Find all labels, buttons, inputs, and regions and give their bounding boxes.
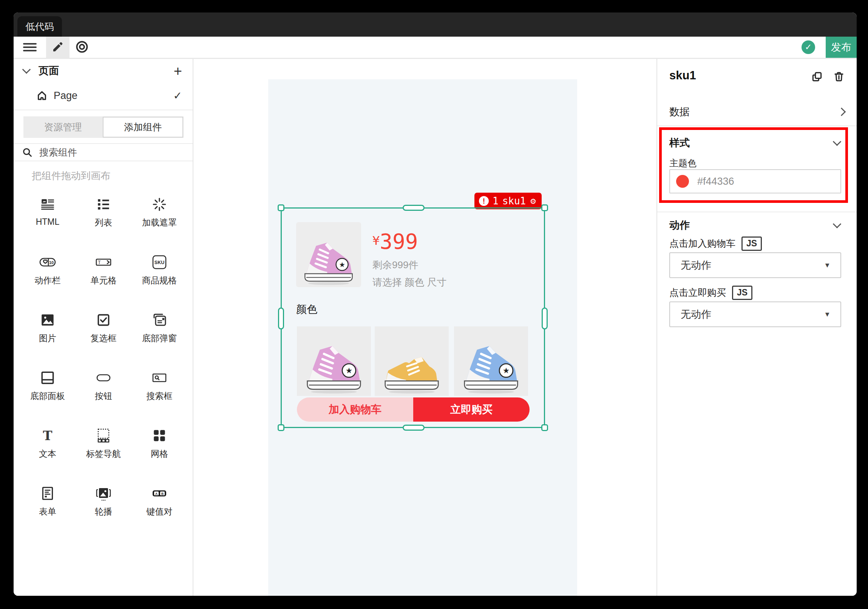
action-buy-row: 点击立即购买 JS	[669, 286, 752, 300]
component-item-image[interactable]: 图片	[20, 311, 76, 369]
component-item-form[interactable]: 表单	[20, 485, 76, 542]
browser-tab[interactable]: 低代码	[17, 16, 62, 37]
tab-add-components[interactable]: 添加组件	[103, 117, 183, 138]
component-item-label: 复选框	[91, 332, 117, 344]
image-icon	[39, 311, 56, 329]
sku-component-selection[interactable]: ★ ¥399 剩余999件 请选择 颜色 尺寸 颜色 ★	[281, 208, 545, 428]
component-item-tab-nav[interactable]: 标签导航	[76, 427, 132, 485]
app-window: 低代码 ✓ 发布 页面 +	[14, 12, 857, 596]
edit-mode-button[interactable]	[46, 37, 70, 58]
checkbox-icon	[95, 311, 112, 329]
variant-thumb-pink[interactable]: ★	[297, 326, 371, 396]
resize-handle-w[interactable]	[278, 307, 284, 329]
svg-text:★: ★	[346, 366, 353, 375]
color-swatch	[676, 175, 689, 188]
error-count-icon: !	[479, 196, 489, 206]
sidebar-item-page[interactable]: Page ✓	[14, 86, 193, 105]
pages-header: 页面	[39, 64, 59, 77]
component-item-text[interactable]: T文本	[20, 427, 76, 485]
add-to-cart-button[interactable]: 加入购物车	[297, 397, 413, 421]
component-item-label: 键值对	[147, 506, 173, 518]
component-item-bottom-panel[interactable]: 底部面板	[20, 369, 76, 427]
action-buy-select[interactable]: 无动作 ▼	[669, 302, 841, 327]
component-item-cell[interactable]: T单元格	[76, 254, 132, 311]
component-item-button[interactable]: 按钮	[76, 369, 132, 427]
divider	[657, 212, 857, 212]
window-tab-bar: 低代码	[14, 12, 857, 37]
caret-down-icon: ▼	[824, 262, 831, 270]
selected-component-badge[interactable]: ! 1 sku1 ⚙	[474, 193, 542, 209]
data-section-row[interactable]: 数据	[669, 104, 845, 120]
component-item-label: 动作栏	[35, 275, 61, 287]
menu-button[interactable]	[18, 37, 42, 58]
component-grid: HTML列表加载遮罩10动作栏T单元格SKU商品规格图片复选框底部弹窗底部面板按…	[20, 196, 188, 542]
divider	[657, 126, 857, 126]
component-item-search-box[interactable]: 搜索框	[132, 369, 188, 427]
resize-handle-nw[interactable]	[277, 205, 284, 211]
resize-handle-ne[interactable]	[541, 205, 548, 211]
component-item-label: 表单	[39, 506, 56, 518]
component-item-grid[interactable]: 网格	[132, 427, 188, 485]
theme-color-label: 主题色	[669, 157, 696, 169]
action-cart-select[interactable]: 无动作 ▼	[669, 253, 841, 278]
component-item-loading[interactable]: 加载遮罩	[132, 196, 188, 254]
search-input[interactable]	[39, 147, 165, 158]
actions-section-row[interactable]: 动作	[669, 217, 840, 234]
theme-color-input[interactable]: #f44336	[669, 169, 841, 194]
js-editor-button[interactable]: JS	[732, 286, 752, 300]
component-item-label: 按钮	[95, 390, 112, 402]
js-editor-button[interactable]: JS	[741, 237, 762, 251]
component-item-label: 网格	[151, 448, 168, 460]
text-icon: T	[39, 427, 56, 444]
gear-icon[interactable]: ⚙	[530, 197, 536, 206]
resize-handle-s[interactable]	[403, 425, 425, 431]
component-item-checkbox[interactable]: 复选框	[76, 311, 132, 369]
component-item-html[interactable]: HTML	[20, 196, 76, 254]
svg-text:★: ★	[503, 366, 510, 375]
resize-handle-sw[interactable]	[277, 424, 284, 431]
style-section-row[interactable]: 样式	[669, 135, 840, 151]
tab-resource-management[interactable]: 资源管理	[23, 116, 102, 138]
pages-header-row[interactable]: 页面 +	[14, 61, 193, 80]
data-section-label: 数据	[669, 105, 690, 119]
add-page-button[interactable]: +	[172, 62, 184, 80]
svg-text:B: B	[161, 492, 164, 496]
tab-nav-icon	[95, 427, 112, 444]
delete-button[interactable]	[833, 71, 845, 84]
component-item-label: 单元格	[91, 275, 117, 287]
svg-text:T: T	[43, 428, 53, 443]
tab-title: 低代码	[26, 20, 54, 33]
product-image[interactable]: ★	[296, 222, 361, 287]
form-icon	[39, 485, 56, 502]
component-item-label: 图片	[39, 332, 56, 344]
component-item-action-bar[interactable]: 10动作栏	[20, 254, 76, 311]
duplicate-button[interactable]	[811, 71, 823, 84]
action-buy-label: 点击立即购买	[669, 287, 726, 299]
buy-now-button[interactable]: 立即购买	[413, 397, 530, 421]
component-item-label: 标签导航	[86, 448, 121, 460]
eye-icon	[75, 40, 89, 55]
grid-icon	[151, 427, 168, 444]
editor-toolbar: ✓ 发布	[14, 37, 857, 59]
component-item-label: 底部面板	[30, 390, 65, 402]
component-item-bottom-popup[interactable]: 底部弹窗	[132, 311, 188, 369]
variant-thumb-blue[interactable]: ★	[454, 326, 528, 396]
component-item-list[interactable]: 列表	[76, 196, 132, 254]
button-icon	[95, 369, 112, 386]
html-icon	[39, 196, 56, 213]
component-item-carousel[interactable]: 轮播	[76, 485, 132, 542]
component-item-label: 底部弹窗	[142, 332, 177, 344]
resize-handle-se[interactable]	[541, 424, 548, 431]
mobile-canvas[interactable]: ! 1 sku1 ⚙	[268, 79, 577, 596]
badge-name: sku1	[502, 195, 526, 207]
publish-button[interactable]: 发布	[826, 37, 857, 58]
resize-handle-n[interactable]	[403, 205, 425, 211]
resize-handle-e[interactable]	[542, 307, 548, 329]
color-section-label: 颜色	[296, 302, 317, 316]
component-item-key-value[interactable]: AB键值对	[132, 485, 188, 542]
preview-button[interactable]	[70, 37, 94, 58]
variant-thumb-yellow[interactable]	[375, 326, 449, 396]
key-value-icon: AB	[151, 485, 168, 502]
component-item-sku[interactable]: SKU商品规格	[132, 254, 188, 311]
component-item-label: 商品规格	[142, 275, 177, 287]
